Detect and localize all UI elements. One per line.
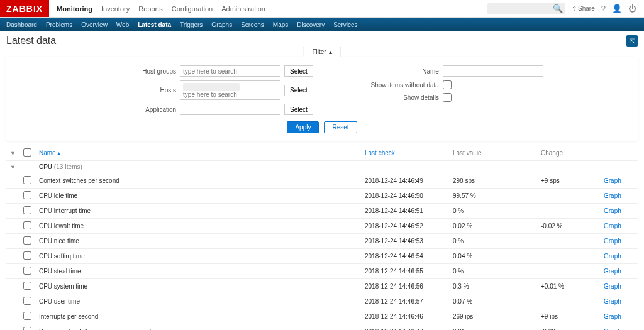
global-search[interactable]: 🔍 bbox=[487, 3, 565, 14]
hosts-selected-chip[interactable] bbox=[183, 83, 240, 91]
show-without-checkbox[interactable] bbox=[443, 80, 452, 89]
collapse-all-icon[interactable]: ▼ bbox=[10, 150, 16, 157]
reset-button[interactable]: Reset bbox=[324, 121, 357, 133]
search-input[interactable] bbox=[490, 3, 553, 14]
sub-nav-maps[interactable]: Maps bbox=[273, 21, 288, 28]
last-check: 2018-12-24 14:46:47 bbox=[361, 324, 449, 330]
share-button[interactable]: ⇧Share bbox=[572, 5, 595, 12]
sub-nav-triggers[interactable]: Triggers bbox=[180, 21, 203, 28]
name-label: Name bbox=[364, 68, 439, 75]
application-input[interactable] bbox=[180, 104, 280, 115]
sub-nav-graphs[interactable]: Graphs bbox=[211, 21, 232, 28]
row-checkbox[interactable] bbox=[23, 282, 31, 290]
graph-link[interactable]: Graph bbox=[604, 283, 621, 290]
graph-link[interactable]: Graph bbox=[604, 177, 621, 184]
sub-nav-web[interactable]: Web bbox=[116, 21, 129, 28]
show-details-label: Show details bbox=[364, 94, 439, 101]
last-value: 0 % bbox=[449, 264, 537, 279]
help-icon[interactable]: ? bbox=[601, 4, 606, 13]
row-checkbox[interactable] bbox=[23, 251, 31, 260]
graph-link[interactable]: Graph bbox=[604, 253, 621, 260]
table-row: CPU idle time2018-12-24 14:46:5099.57 %G… bbox=[6, 189, 638, 204]
collapse-icon[interactable]: ▼ bbox=[10, 164, 16, 170]
last-value: 298 sps bbox=[449, 173, 537, 189]
group-name: CPU bbox=[39, 163, 52, 170]
row-checkbox[interactable] bbox=[23, 297, 31, 305]
sort-asc-icon: ▴ bbox=[57, 150, 60, 157]
graph-link[interactable]: Graph bbox=[604, 313, 621, 320]
select-all-checkbox[interactable] bbox=[23, 148, 31, 157]
row-checkbox[interactable] bbox=[23, 312, 31, 320]
page-title: Latest data bbox=[6, 35, 56, 47]
name-input[interactable] bbox=[443, 65, 543, 77]
filter-toggle[interactable]: Filter▴ bbox=[303, 47, 341, 57]
change bbox=[537, 234, 600, 249]
graph-link[interactable]: Graph bbox=[604, 298, 621, 305]
row-checkbox[interactable] bbox=[23, 206, 31, 214]
item-name: CPU system time bbox=[35, 279, 361, 294]
user-icon[interactable]: 👤 bbox=[612, 4, 622, 13]
table-row: CPU user time2018-12-24 14:46:570.07 %Gr… bbox=[6, 294, 638, 309]
graph-link[interactable]: Graph bbox=[604, 192, 621, 199]
last-check: 2018-12-24 14:46:50 bbox=[361, 189, 449, 204]
sub-nav-latest-data[interactable]: Latest data bbox=[138, 21, 171, 28]
graph-link[interactable]: Graph bbox=[604, 207, 621, 214]
graph-link[interactable]: Graph bbox=[604, 238, 621, 245]
last-check: 2018-12-24 14:46:56 bbox=[361, 279, 449, 294]
row-checkbox[interactable] bbox=[23, 267, 31, 275]
row-checkbox[interactable] bbox=[23, 221, 31, 229]
table-row: Interrupts per second2018-12-24 14:46:46… bbox=[6, 309, 638, 324]
latest-data-table: ▼ Name ▴ Last check Last value Change ▼C… bbox=[6, 146, 638, 330]
apply-button[interactable]: Apply bbox=[287, 121, 319, 133]
col-name[interactable]: Name ▴ bbox=[35, 146, 361, 161]
row-checkbox[interactable] bbox=[23, 327, 31, 330]
item-name: CPU steal time bbox=[35, 264, 361, 279]
application-select-button[interactable]: Select bbox=[284, 104, 313, 115]
host-groups-select-button[interactable]: Select bbox=[284, 65, 313, 77]
hosts-select-button[interactable]: Select bbox=[284, 85, 313, 96]
last-check: 2018-12-24 14:46:57 bbox=[361, 294, 449, 309]
sub-nav-problems[interactable]: Problems bbox=[46, 21, 72, 28]
item-name: CPU iowait time bbox=[35, 219, 361, 234]
top-bar: ZABBIX MonitoringInventoryReportsConfigu… bbox=[0, 0, 644, 18]
table-row: CPU steal time2018-12-24 14:46:550 %Grap… bbox=[6, 264, 638, 279]
graph-link[interactable]: Graph bbox=[604, 268, 621, 275]
search-icon[interactable]: 🔍 bbox=[553, 4, 563, 13]
main-nav-monitoring[interactable]: Monitoring bbox=[57, 1, 92, 16]
change: +0.01 % bbox=[537, 279, 600, 294]
sub-nav: DashboardProblemsOverviewWebLatest dataT… bbox=[0, 18, 644, 31]
main-nav-configuration[interactable]: Configuration bbox=[172, 1, 213, 16]
item-name: Interrupts per second bbox=[35, 309, 361, 324]
main-nav-administration[interactable]: Administration bbox=[221, 1, 265, 16]
sub-nav-overview[interactable]: Overview bbox=[81, 21, 108, 28]
logo[interactable]: ZABBIX bbox=[0, 0, 49, 17]
last-value: 0.02 % bbox=[449, 219, 537, 234]
last-value: 0.07 % bbox=[449, 294, 537, 309]
col-last-check[interactable]: Last check bbox=[361, 146, 449, 161]
share-icon: ⇧ bbox=[572, 5, 577, 12]
item-name: CPU interrupt time bbox=[35, 204, 361, 219]
last-value: 0.04 % bbox=[449, 249, 537, 264]
sub-nav-discovery[interactable]: Discovery bbox=[297, 21, 325, 28]
change bbox=[537, 264, 600, 279]
change bbox=[537, 189, 600, 204]
table-row: CPU softirq time2018-12-24 14:46:540.04 … bbox=[6, 249, 638, 264]
sub-nav-screens[interactable]: Screens bbox=[241, 21, 264, 28]
row-checkbox[interactable] bbox=[23, 191, 31, 199]
show-details-checkbox[interactable] bbox=[443, 93, 452, 102]
table-row: CPU system time2018-12-24 14:46:560.3 %+… bbox=[6, 279, 638, 294]
main-nav-inventory[interactable]: Inventory bbox=[101, 1, 130, 16]
power-icon[interactable]: ⏻ bbox=[628, 4, 636, 13]
filter-panel: Filter▴ Host groups Select Hosts Select … bbox=[6, 57, 638, 141]
change: -0.02 % bbox=[537, 219, 600, 234]
hosts-input[interactable] bbox=[183, 91, 277, 98]
sub-nav-services[interactable]: Services bbox=[333, 21, 357, 28]
host-groups-input[interactable] bbox=[180, 65, 280, 77]
main-nav-reports[interactable]: Reports bbox=[138, 1, 163, 16]
graph-link[interactable]: Graph bbox=[604, 223, 621, 229]
last-check: 2018-12-24 14:46:51 bbox=[361, 204, 449, 219]
row-checkbox[interactable] bbox=[23, 236, 31, 245]
fullscreen-icon[interactable]: ⇱ bbox=[626, 35, 638, 47]
sub-nav-dashboard[interactable]: Dashboard bbox=[6, 21, 37, 28]
row-checkbox[interactable] bbox=[23, 176, 31, 184]
